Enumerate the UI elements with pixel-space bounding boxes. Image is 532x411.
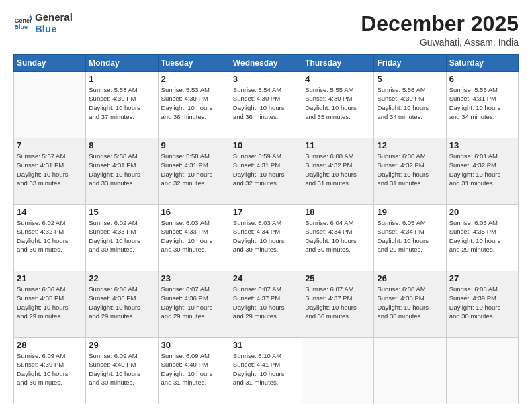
day-number: 28 xyxy=(17,340,83,350)
day-info: Sunrise: 6:03 AM Sunset: 4:33 PM Dayligh… xyxy=(161,218,227,254)
day-info: Sunrise: 6:09 AM Sunset: 4:40 PM Dayligh… xyxy=(161,351,227,387)
calendar-cell xyxy=(446,338,518,404)
calendar-cell: 5Sunrise: 5:56 AM Sunset: 4:30 PM Daylig… xyxy=(374,72,446,138)
svg-text:General: General xyxy=(14,17,32,24)
calendar-cell: 2Sunrise: 5:53 AM Sunset: 4:30 PM Daylig… xyxy=(158,72,230,138)
day-number: 16 xyxy=(161,207,227,217)
calendar-cell: 15Sunrise: 6:02 AM Sunset: 4:33 PM Dayli… xyxy=(86,205,158,271)
calendar-cell: 22Sunrise: 6:06 AM Sunset: 4:36 PM Dayli… xyxy=(86,271,158,338)
weekday-header-tuesday: Tuesday xyxy=(158,55,230,72)
day-info: Sunrise: 6:06 AM Sunset: 4:36 PM Dayligh… xyxy=(89,285,154,320)
day-info: Sunrise: 5:56 AM Sunset: 4:30 PM Dayligh… xyxy=(377,85,443,121)
calendar-cell: 28Sunrise: 6:09 AM Sunset: 4:39 PM Dayli… xyxy=(14,338,86,404)
header: General Blue General Blue December 2025 … xyxy=(13,12,519,48)
calendar-cell: 1Sunrise: 5:53 AM Sunset: 4:30 PM Daylig… xyxy=(86,72,158,138)
weekday-header-row: SundayMondayTuesdayWednesdayThursdayFrid… xyxy=(14,55,519,72)
calendar-cell: 21Sunrise: 6:06 AM Sunset: 4:35 PM Dayli… xyxy=(14,271,86,338)
day-number: 3 xyxy=(233,74,299,84)
day-info: Sunrise: 5:59 AM Sunset: 4:31 PM Dayligh… xyxy=(233,152,299,187)
logo-blue: Blue xyxy=(35,24,73,35)
day-info: Sunrise: 5:56 AM Sunset: 4:31 PM Dayligh… xyxy=(449,85,515,121)
weekday-header-friday: Friday xyxy=(374,55,446,72)
day-info: Sunrise: 6:02 AM Sunset: 4:32 PM Dayligh… xyxy=(17,218,83,254)
day-number: 10 xyxy=(233,140,299,150)
day-number: 4 xyxy=(305,74,371,84)
calendar-cell: 7Sunrise: 5:57 AM Sunset: 4:31 PM Daylig… xyxy=(14,138,86,205)
day-info: Sunrise: 6:00 AM Sunset: 4:32 PM Dayligh… xyxy=(377,152,443,187)
calendar-cell: 17Sunrise: 6:03 AM Sunset: 4:34 PM Dayli… xyxy=(230,205,302,271)
calendar-cell: 27Sunrise: 6:08 AM Sunset: 4:39 PM Dayli… xyxy=(446,271,518,338)
calendar-page: General Blue General Blue December 2025 … xyxy=(0,0,532,411)
calendar-cell: 20Sunrise: 6:05 AM Sunset: 4:35 PM Dayli… xyxy=(446,205,518,271)
day-number: 14 xyxy=(17,207,83,217)
day-number: 24 xyxy=(233,273,299,283)
svg-marker-2 xyxy=(28,15,32,17)
calendar-cell: 25Sunrise: 6:07 AM Sunset: 4:37 PM Dayli… xyxy=(302,271,374,338)
calendar-cell: 8Sunrise: 5:58 AM Sunset: 4:31 PM Daylig… xyxy=(86,138,158,205)
day-number: 8 xyxy=(89,140,154,150)
day-number: 19 xyxy=(377,207,443,217)
day-number: 22 xyxy=(89,273,154,283)
weekday-header-monday: Monday xyxy=(86,55,158,72)
day-number: 27 xyxy=(449,273,515,283)
day-info: Sunrise: 6:02 AM Sunset: 4:33 PM Dayligh… xyxy=(89,218,154,254)
day-info: Sunrise: 5:55 AM Sunset: 4:30 PM Dayligh… xyxy=(305,85,371,121)
logo-icon: General Blue xyxy=(13,14,32,33)
day-info: Sunrise: 6:08 AM Sunset: 4:38 PM Dayligh… xyxy=(377,285,443,320)
calendar-cell: 13Sunrise: 6:01 AM Sunset: 4:32 PM Dayli… xyxy=(446,138,518,205)
calendar-cell: 3Sunrise: 5:54 AM Sunset: 4:30 PM Daylig… xyxy=(230,72,302,138)
day-info: Sunrise: 6:00 AM Sunset: 4:32 PM Dayligh… xyxy=(305,152,371,187)
day-number: 29 xyxy=(89,340,154,350)
calendar-week-row-3: 14Sunrise: 6:02 AM Sunset: 4:32 PM Dayli… xyxy=(14,205,519,271)
day-number: 9 xyxy=(161,140,227,150)
day-info: Sunrise: 6:07 AM Sunset: 4:37 PM Dayligh… xyxy=(305,285,371,320)
calendar-cell xyxy=(302,338,374,404)
day-info: Sunrise: 5:58 AM Sunset: 4:31 PM Dayligh… xyxy=(89,152,154,187)
day-info: Sunrise: 6:07 AM Sunset: 4:36 PM Dayligh… xyxy=(161,285,227,320)
logo: General Blue General Blue xyxy=(13,12,73,34)
calendar-cell xyxy=(14,72,86,138)
day-info: Sunrise: 6:09 AM Sunset: 4:39 PM Dayligh… xyxy=(17,351,83,387)
day-number: 20 xyxy=(449,207,515,217)
day-info: Sunrise: 6:06 AM Sunset: 4:35 PM Dayligh… xyxy=(17,285,83,320)
day-number: 18 xyxy=(305,207,371,217)
day-number: 30 xyxy=(161,340,227,350)
calendar-cell: 31Sunrise: 6:10 AM Sunset: 4:41 PM Dayli… xyxy=(230,338,302,404)
calendar-cell: 16Sunrise: 6:03 AM Sunset: 4:33 PM Dayli… xyxy=(158,205,230,271)
day-info: Sunrise: 6:05 AM Sunset: 4:34 PM Dayligh… xyxy=(377,218,443,254)
calendar-cell: 14Sunrise: 6:02 AM Sunset: 4:32 PM Dayli… xyxy=(14,205,86,271)
calendar-cell: 24Sunrise: 6:07 AM Sunset: 4:37 PM Dayli… xyxy=(230,271,302,338)
day-info: Sunrise: 6:10 AM Sunset: 4:41 PM Dayligh… xyxy=(233,351,299,387)
day-info: Sunrise: 6:07 AM Sunset: 4:37 PM Dayligh… xyxy=(233,285,299,320)
day-number: 17 xyxy=(233,207,299,217)
day-info: Sunrise: 6:05 AM Sunset: 4:35 PM Dayligh… xyxy=(449,218,515,254)
day-info: Sunrise: 5:57 AM Sunset: 4:31 PM Dayligh… xyxy=(17,152,83,187)
calendar-cell: 11Sunrise: 6:00 AM Sunset: 4:32 PM Dayli… xyxy=(302,138,374,205)
month-year-title: December 2025 xyxy=(361,12,519,36)
title-block: December 2025 Guwahati, Assam, India xyxy=(361,12,519,48)
svg-text:Blue: Blue xyxy=(14,24,28,30)
day-info: Sunrise: 5:54 AM Sunset: 4:30 PM Dayligh… xyxy=(233,85,299,121)
weekday-header-wednesday: Wednesday xyxy=(230,55,302,72)
calendar-week-row-5: 28Sunrise: 6:09 AM Sunset: 4:39 PM Dayli… xyxy=(14,338,519,404)
weekday-header-saturday: Saturday xyxy=(446,55,518,72)
logo-general: General xyxy=(35,12,73,24)
location-subtitle: Guwahati, Assam, India xyxy=(361,37,519,48)
weekday-header-sunday: Sunday xyxy=(14,55,86,72)
calendar-cell: 10Sunrise: 5:59 AM Sunset: 4:31 PM Dayli… xyxy=(230,138,302,205)
day-number: 21 xyxy=(17,273,83,283)
calendar-cell: 12Sunrise: 6:00 AM Sunset: 4:32 PM Dayli… xyxy=(374,138,446,205)
day-number: 23 xyxy=(161,273,227,283)
day-number: 5 xyxy=(377,74,443,84)
day-number: 31 xyxy=(233,340,299,350)
calendar-cell: 29Sunrise: 6:09 AM Sunset: 4:40 PM Dayli… xyxy=(86,338,158,404)
calendar-table: SundayMondayTuesdayWednesdayThursdayFrid… xyxy=(13,54,519,404)
day-number: 2 xyxy=(161,74,227,84)
day-number: 6 xyxy=(449,74,515,84)
calendar-week-row-2: 7Sunrise: 5:57 AM Sunset: 4:31 PM Daylig… xyxy=(14,138,519,205)
calendar-cell: 6Sunrise: 5:56 AM Sunset: 4:31 PM Daylig… xyxy=(446,72,518,138)
day-number: 15 xyxy=(89,207,154,217)
calendar-cell: 30Sunrise: 6:09 AM Sunset: 4:40 PM Dayli… xyxy=(158,338,230,404)
day-info: Sunrise: 6:09 AM Sunset: 4:40 PM Dayligh… xyxy=(89,351,154,387)
day-info: Sunrise: 5:53 AM Sunset: 4:30 PM Dayligh… xyxy=(161,85,227,121)
